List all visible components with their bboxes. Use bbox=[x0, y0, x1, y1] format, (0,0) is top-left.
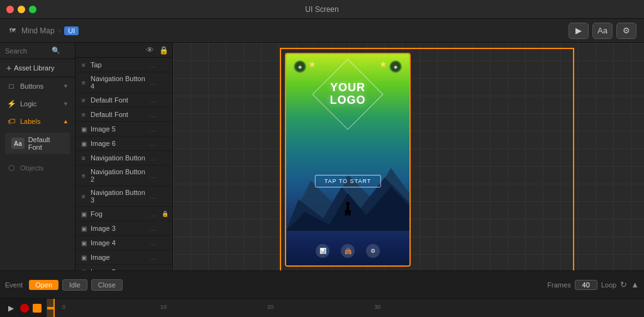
layer-name: Image 5 bbox=[91, 125, 147, 133]
layer-name: Image bbox=[91, 253, 147, 261]
maximize-button[interactable] bbox=[29, 6, 36, 13]
timeline-playhead[interactable] bbox=[53, 299, 55, 317]
layer-type-icon: ≡ bbox=[79, 78, 88, 87]
minimize-button[interactable] bbox=[18, 6, 25, 13]
layer-options[interactable]: … bbox=[150, 225, 156, 232]
close-button[interactable] bbox=[6, 6, 14, 13]
sidebar-item-buttons[interactable]: □ Buttons ▼ bbox=[0, 77, 75, 95]
eye-icon[interactable]: 👁 bbox=[146, 45, 154, 55]
layer-row[interactable]: ≡ Navigation Button 3 … bbox=[75, 186, 172, 207]
settings-button[interactable]: ⚙ bbox=[616, 23, 636, 39]
layer-options[interactable]: … bbox=[150, 126, 156, 133]
layer-row[interactable]: ▣ Image 6 … bbox=[75, 136, 172, 151]
bottom-icon-chart[interactable]: 📊 bbox=[316, 244, 330, 258]
layer-row[interactable]: ≡ Navigation Button 2 … bbox=[75, 165, 172, 186]
layer-name: Image 3 bbox=[91, 225, 147, 232]
layer-options[interactable]: … bbox=[150, 211, 156, 218]
default-font-item[interactable]: Aa Default Font bbox=[5, 133, 70, 154]
sidebar-item-labels[interactable]: 🏷 Labels ▲ bbox=[0, 113, 75, 130]
corner-icon-tl: ◈ bbox=[294, 60, 306, 73]
tap-to-start-button[interactable]: TAP TO START bbox=[315, 175, 381, 187]
layers-list: ≡ Tap … ≡ Navigation Button 4 … ≡ Defaul… bbox=[75, 58, 172, 270]
sidebar-item-objects[interactable]: ⬡ Objects bbox=[0, 159, 75, 177]
bottom-icon-gear[interactable]: ⚙ bbox=[366, 244, 380, 258]
text-button[interactable]: Aa bbox=[592, 23, 613, 39]
layer-row[interactable]: ▣ Image 3 … bbox=[75, 221, 172, 236]
labels-label: Labels bbox=[20, 118, 40, 125]
close-button-anim[interactable]: Close bbox=[91, 279, 123, 291]
human-silhouette bbox=[344, 202, 352, 223]
layer-options[interactable]: … bbox=[150, 172, 156, 179]
loop-label: Loop bbox=[601, 281, 616, 289]
asset-library-button[interactable]: + Asset Library bbox=[0, 59, 75, 77]
layer-row[interactable]: ▣ Fog … 🔒 bbox=[75, 207, 172, 221]
layer-options[interactable]: … bbox=[150, 111, 156, 118]
layer-options[interactable]: … bbox=[150, 254, 156, 261]
corner-icon-tr: ◈ bbox=[389, 60, 402, 73]
toolbar: 🗺 Mind Map › UI ▶ Aa ⚙ bbox=[0, 19, 644, 43]
phone-frame: ★ ★ ◈ ◈ YOUR LOGO bbox=[285, 53, 411, 267]
layer-options[interactable]: … bbox=[150, 97, 156, 104]
objects-icon: ⬡ bbox=[6, 163, 16, 173]
timeline-record-button[interactable] bbox=[20, 304, 29, 313]
timeline-scrubber[interactable]: 0 10 20 30 bbox=[47, 299, 644, 317]
layer-row[interactable]: ≡ Navigation Button 4 … bbox=[75, 72, 172, 93]
breadcrumb-mindmap[interactable]: Mind Map bbox=[21, 26, 55, 35]
traffic-lights bbox=[6, 6, 36, 13]
layer-row[interactable]: ▣ Image 2 … bbox=[75, 265, 172, 270]
layer-type-icon: ▣ bbox=[79, 224, 88, 233]
logic-arrow: ▼ bbox=[63, 101, 69, 107]
frames-input[interactable] bbox=[575, 280, 597, 290]
layer-options[interactable]: … bbox=[150, 62, 156, 69]
idle-button[interactable]: Idle bbox=[62, 279, 87, 291]
open-button[interactable]: Open bbox=[29, 280, 58, 290]
lock-icon[interactable]: 🔒 bbox=[159, 46, 169, 55]
collapse-button[interactable]: ▲ bbox=[631, 280, 639, 289]
layer-options[interactable]: … bbox=[150, 155, 156, 162]
window-title: UI Screen bbox=[305, 5, 338, 14]
layer-type-icon: ≡ bbox=[79, 192, 88, 201]
timeline-keyframe-button[interactable] bbox=[33, 304, 42, 313]
layer-row[interactable]: ▣ Image 5 … bbox=[75, 122, 172, 136]
layer-row[interactable]: ≡ Tap … bbox=[75, 58, 172, 72]
layer-row[interactable]: ≡ Navigation Button … bbox=[75, 151, 172, 165]
search-input[interactable] bbox=[5, 47, 49, 55]
layer-options[interactable]: … bbox=[150, 240, 156, 247]
layer-options[interactable]: … bbox=[150, 269, 156, 271]
layer-row[interactable]: ≡ Default Font … bbox=[75, 108, 172, 122]
bottom-icon-bag[interactable]: 👜 bbox=[341, 244, 355, 258]
event-label: Event bbox=[5, 281, 23, 289]
layer-type-icon: ▣ bbox=[79, 125, 88, 133]
layers-header: 👁 🔒 bbox=[75, 43, 172, 58]
breadcrumb-ui[interactable]: UI bbox=[64, 26, 79, 35]
timeline-mark-20: 20 bbox=[267, 304, 274, 310]
layer-type-icon: ▣ bbox=[79, 209, 88, 218]
logic-icon: ⚡ bbox=[6, 99, 16, 109]
layer-name: Navigation Button 2 bbox=[91, 168, 147, 183]
layer-row[interactable]: ▣ Image … bbox=[75, 250, 172, 265]
layer-row[interactable]: ▣ Image 4 … bbox=[75, 236, 172, 250]
timeline-mark-10: 10 bbox=[160, 304, 167, 310]
layer-options[interactable]: … bbox=[150, 140, 156, 147]
layer-name: Image 4 bbox=[91, 239, 147, 247]
layer-name: Navigation Button 3 bbox=[91, 189, 147, 204]
sidebar-item-logic[interactable]: ⚡ Logic ▼ bbox=[0, 95, 75, 113]
loop-button[interactable]: ↻ bbox=[620, 280, 627, 289]
star-left-icon: ★ bbox=[308, 59, 316, 69]
timeline: ▶ 0 10 20 30 bbox=[0, 298, 644, 317]
logic-label: Logic bbox=[20, 100, 36, 108]
layer-lock-icon[interactable]: 🔒 bbox=[161, 210, 169, 218]
layer-name: Tap bbox=[91, 61, 147, 69]
timeline-controls: ▶ bbox=[0, 299, 47, 317]
title-bar: UI Screen bbox=[0, 0, 644, 19]
layer-options[interactable]: … bbox=[150, 79, 156, 86]
layer-options[interactable]: … bbox=[150, 193, 156, 200]
timeline-play-button[interactable]: ▶ bbox=[5, 303, 16, 314]
play-button[interactable]: ▶ bbox=[569, 23, 589, 39]
labels-arrow: ▲ bbox=[63, 118, 69, 125]
layer-row[interactable]: ≡ Default Font … bbox=[75, 93, 172, 108]
breadcrumb: 🗺 Mind Map › UI bbox=[8, 26, 79, 36]
search-box[interactable]: 🔍 bbox=[0, 43, 75, 59]
canvas-area[interactable]: ★ ★ ◈ ◈ YOUR LOGO bbox=[173, 43, 644, 270]
star-right-icon: ★ bbox=[379, 59, 387, 69]
